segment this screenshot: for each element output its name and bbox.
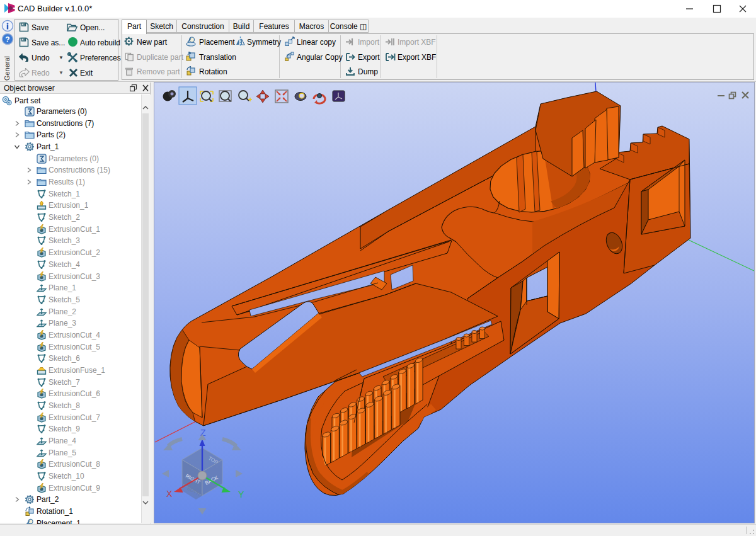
svg-text:Y: Y	[238, 489, 244, 499]
svg-text:X: X	[166, 489, 173, 499]
svg-text:?: ?	[5, 35, 9, 44]
